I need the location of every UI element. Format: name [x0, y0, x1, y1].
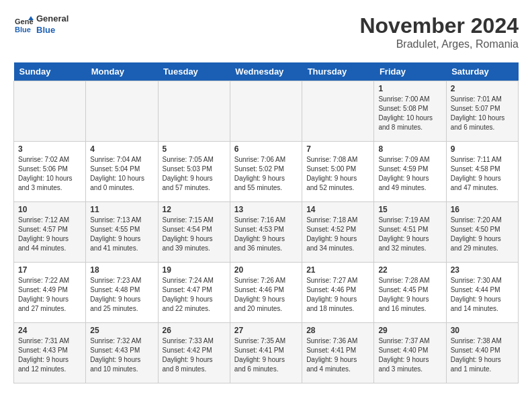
- svg-text:Blue: Blue: [15, 26, 31, 34]
- day-info: Sunrise: 7:19 AM Sunset: 4:51 PM Dayligh…: [378, 216, 441, 253]
- week-row-3: 17Sunrise: 7:22 AM Sunset: 4:49 PM Dayli…: [14, 263, 519, 323]
- day-number: 20: [234, 265, 298, 275]
- calendar-cell: 29Sunrise: 7:37 AM Sunset: 4:40 PM Dayli…: [374, 323, 446, 383]
- day-info: Sunrise: 7:38 AM Sunset: 4:40 PM Dayligh…: [451, 336, 514, 374]
- day-number: 16: [451, 205, 514, 214]
- day-info: Sunrise: 7:20 AM Sunset: 4:50 PM Dayligh…: [451, 216, 514, 253]
- calendar-cell: 7Sunrise: 7:08 AM Sunset: 5:00 PM Daylig…: [302, 142, 374, 202]
- day-info: Sunrise: 7:02 AM Sunset: 5:06 PM Dayligh…: [18, 155, 81, 193]
- day-number: 7: [306, 144, 369, 154]
- day-info: Sunrise: 7:22 AM Sunset: 4:49 PM Dayligh…: [18, 276, 81, 314]
- day-info: Sunrise: 7:35 AM Sunset: 4:41 PM Dayligh…: [234, 336, 298, 374]
- day-number: 19: [163, 265, 226, 275]
- calendar-cell: [86, 81, 158, 142]
- calendar-table: SundayMondayTuesdayWednesdayThursdayFrid…: [13, 62, 519, 383]
- calendar-cell: 2Sunrise: 7:01 AM Sunset: 5:07 PM Daylig…: [446, 81, 518, 142]
- day-number: 8: [378, 144, 441, 154]
- day-info: Sunrise: 7:24 AM Sunset: 4:47 PM Dayligh…: [163, 276, 226, 314]
- day-number: 12: [163, 205, 226, 214]
- logo: General Blue General Blue: [13, 13, 69, 36]
- day-number: 18: [90, 265, 153, 275]
- day-info: Sunrise: 7:33 AM Sunset: 4:42 PM Dayligh…: [163, 336, 226, 374]
- calendar-cell: 16Sunrise: 7:20 AM Sunset: 4:50 PM Dayli…: [446, 202, 518, 263]
- calendar-cell: 19Sunrise: 7:24 AM Sunset: 4:47 PM Dayli…: [158, 263, 230, 323]
- calendar-cell: 12Sunrise: 7:15 AM Sunset: 4:54 PM Dayli…: [158, 202, 230, 263]
- week-row-1: 3Sunrise: 7:02 AM Sunset: 5:06 PM Daylig…: [14, 142, 519, 202]
- calendar-cell: [230, 81, 302, 142]
- calendar-cell: 27Sunrise: 7:35 AM Sunset: 4:41 PM Dayli…: [230, 323, 302, 383]
- header-day-wednesday: Wednesday: [230, 62, 302, 81]
- day-info: Sunrise: 7:00 AM Sunset: 5:08 PM Dayligh…: [378, 95, 441, 132]
- header-row: SundayMondayTuesdayWednesdayThursdayFrid…: [14, 62, 519, 81]
- calendar-cell: 4Sunrise: 7:04 AM Sunset: 5:04 PM Daylig…: [86, 142, 158, 202]
- calendar-cell: 6Sunrise: 7:06 AM Sunset: 5:02 PM Daylig…: [230, 142, 302, 202]
- day-number: 15: [378, 205, 441, 214]
- calendar-cell: 22Sunrise: 7:28 AM Sunset: 4:45 PM Dayli…: [374, 263, 446, 323]
- day-number: 14: [306, 205, 369, 214]
- calendar-cell: 13Sunrise: 7:16 AM Sunset: 4:53 PM Dayli…: [230, 202, 302, 263]
- day-number: 21: [306, 265, 369, 275]
- calendar-cell: 8Sunrise: 7:09 AM Sunset: 4:59 PM Daylig…: [374, 142, 446, 202]
- calendar-cell: 30Sunrise: 7:38 AM Sunset: 4:40 PM Dayli…: [446, 323, 518, 383]
- calendar-cell: 26Sunrise: 7:33 AM Sunset: 4:42 PM Dayli…: [158, 323, 230, 383]
- header-day-tuesday: Tuesday: [158, 62, 230, 81]
- day-info: Sunrise: 7:31 AM Sunset: 4:43 PM Dayligh…: [18, 336, 81, 374]
- calendar-cell: 18Sunrise: 7:23 AM Sunset: 4:48 PM Dayli…: [86, 263, 158, 323]
- day-number: 23: [451, 265, 514, 275]
- day-number: 4: [90, 144, 153, 154]
- day-info: Sunrise: 7:26 AM Sunset: 4:46 PM Dayligh…: [234, 276, 298, 314]
- day-info: Sunrise: 7:15 AM Sunset: 4:54 PM Dayligh…: [163, 216, 226, 253]
- day-number: 1: [378, 84, 441, 93]
- calendar-cell: 23Sunrise: 7:30 AM Sunset: 4:44 PM Dayli…: [446, 263, 518, 323]
- calendar-cell: 9Sunrise: 7:11 AM Sunset: 4:58 PM Daylig…: [446, 142, 518, 202]
- calendar-cell: 15Sunrise: 7:19 AM Sunset: 4:51 PM Dayli…: [374, 202, 446, 263]
- day-number: 22: [378, 265, 441, 275]
- day-info: Sunrise: 7:08 AM Sunset: 5:00 PM Dayligh…: [306, 155, 369, 193]
- sub-title: Bradulet, Arges, Romania: [359, 38, 519, 50]
- calendar-cell: 25Sunrise: 7:32 AM Sunset: 4:43 PM Dayli…: [86, 323, 158, 383]
- header-day-friday: Friday: [374, 62, 446, 81]
- day-number: 5: [163, 144, 226, 154]
- calendar-cell: 28Sunrise: 7:36 AM Sunset: 4:41 PM Dayli…: [302, 323, 374, 383]
- calendar-cell: 3Sunrise: 7:02 AM Sunset: 5:06 PM Daylig…: [14, 142, 86, 202]
- logo-icon: General Blue: [13, 15, 34, 35]
- calendar-cell: 24Sunrise: 7:31 AM Sunset: 4:43 PM Dayli…: [14, 323, 86, 383]
- logo-line2: Blue: [36, 25, 55, 35]
- day-info: Sunrise: 7:16 AM Sunset: 4:53 PM Dayligh…: [234, 216, 298, 253]
- week-row-4: 24Sunrise: 7:31 AM Sunset: 4:43 PM Dayli…: [14, 323, 519, 383]
- day-info: Sunrise: 7:32 AM Sunset: 4:43 PM Dayligh…: [90, 336, 153, 374]
- week-row-0: 1Sunrise: 7:00 AM Sunset: 5:08 PM Daylig…: [14, 81, 519, 142]
- day-number: 25: [90, 326, 153, 335]
- day-info: Sunrise: 7:11 AM Sunset: 4:58 PM Dayligh…: [451, 155, 514, 193]
- calendar-cell: 20Sunrise: 7:26 AM Sunset: 4:46 PM Dayli…: [230, 263, 302, 323]
- week-row-2: 10Sunrise: 7:12 AM Sunset: 4:57 PM Dayli…: [14, 202, 519, 263]
- day-number: 27: [234, 326, 298, 335]
- day-number: 24: [18, 326, 81, 335]
- day-info: Sunrise: 7:01 AM Sunset: 5:07 PM Dayligh…: [451, 95, 514, 132]
- calendar-cell: 10Sunrise: 7:12 AM Sunset: 4:57 PM Dayli…: [14, 202, 86, 263]
- calendar-cell: 21Sunrise: 7:27 AM Sunset: 4:46 PM Dayli…: [302, 263, 374, 323]
- day-info: Sunrise: 7:23 AM Sunset: 4:48 PM Dayligh…: [90, 276, 153, 314]
- calendar-cell: 1Sunrise: 7:00 AM Sunset: 5:08 PM Daylig…: [374, 81, 446, 142]
- day-number: 29: [378, 326, 441, 335]
- day-info: Sunrise: 7:18 AM Sunset: 4:52 PM Dayligh…: [306, 216, 369, 253]
- day-number: 10: [18, 205, 81, 214]
- day-number: 2: [451, 84, 514, 93]
- calendar-cell: 11Sunrise: 7:13 AM Sunset: 4:55 PM Dayli…: [86, 202, 158, 263]
- day-info: Sunrise: 7:28 AM Sunset: 4:45 PM Dayligh…: [378, 276, 441, 314]
- calendar-cell: 17Sunrise: 7:22 AM Sunset: 4:49 PM Dayli…: [14, 263, 86, 323]
- day-info: Sunrise: 7:27 AM Sunset: 4:46 PM Dayligh…: [306, 276, 369, 314]
- main-title: November 2024: [359, 13, 519, 38]
- day-info: Sunrise: 7:30 AM Sunset: 4:44 PM Dayligh…: [451, 276, 514, 314]
- calendar-cell: 5Sunrise: 7:05 AM Sunset: 5:03 PM Daylig…: [158, 142, 230, 202]
- day-number: 28: [306, 326, 369, 335]
- logo-line1: General: [36, 13, 69, 24]
- day-info: Sunrise: 7:13 AM Sunset: 4:55 PM Dayligh…: [90, 216, 153, 253]
- day-number: 30: [451, 326, 514, 335]
- day-info: Sunrise: 7:36 AM Sunset: 4:41 PM Dayligh…: [306, 336, 369, 374]
- header-day-saturday: Saturday: [446, 62, 518, 81]
- day-info: Sunrise: 7:06 AM Sunset: 5:02 PM Dayligh…: [234, 155, 298, 193]
- calendar-cell: [158, 81, 230, 142]
- day-info: Sunrise: 7:09 AM Sunset: 4:59 PM Dayligh…: [378, 155, 441, 193]
- day-number: 9: [451, 144, 514, 154]
